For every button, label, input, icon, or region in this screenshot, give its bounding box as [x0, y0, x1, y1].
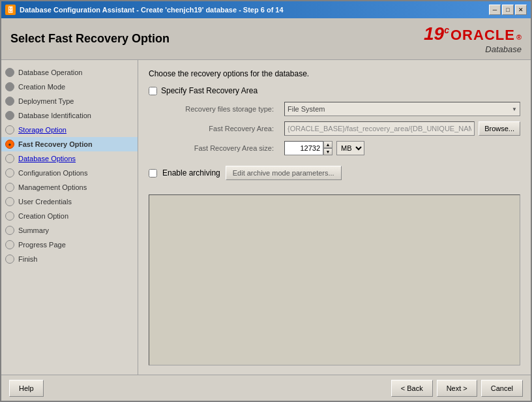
close-button[interactable]: ✕	[515, 5, 527, 15]
sidebar-item-creation-option: Creation Option	[1, 209, 138, 223]
step-indicator	[5, 211, 14, 221]
app-icon: 🗄	[5, 5, 16, 15]
sidebar-item-finish: Finish	[1, 252, 138, 266]
storage-type-dropdown[interactable]: File System ▼	[284, 102, 520, 116]
storage-type-value: File System	[288, 105, 325, 113]
oracle-version: 19c	[424, 23, 449, 44]
oracle-logo: 19c ORACLE ® Database	[424, 23, 522, 54]
back-button[interactable]: < Back	[391, 380, 433, 397]
sidebar-item-fast-recovery-option: ● Fast Recovery Option	[1, 137, 138, 151]
step-indicator	[5, 168, 14, 178]
dropdown-arrow-icon: ▼	[512, 106, 517, 112]
specify-checkbox-row: Specify Fast Recovery Area	[149, 86, 520, 95]
archive-checkbox-label[interactable]: Enable archiving	[162, 168, 220, 178]
recovery-area-control: Browse...	[284, 121, 520, 136]
recovery-area-label: Fast Recovery Area:	[162, 125, 279, 132]
step-indicator	[5, 197, 14, 206]
sidebar-item-database-operation: Database Operation	[1, 65, 138, 80]
step-indicator-active: ●	[5, 140, 14, 149]
instruction-text: Choose the recovery options for the data…	[149, 69, 520, 78]
next-button[interactable]: Next >	[437, 380, 477, 397]
footer-nav-buttons: < Back Next > Cancel	[391, 380, 523, 397]
size-unit-select[interactable]: MB GB	[336, 141, 364, 155]
oracle-product: Database	[485, 44, 522, 54]
edit-archive-button[interactable]: Edit archive mode parameters...	[226, 166, 342, 180]
step-indicator	[5, 97, 14, 106]
cancel-button[interactable]: Cancel	[481, 380, 523, 397]
enable-archiving-checkbox[interactable]	[149, 169, 157, 178]
step-indicator	[5, 82, 14, 91]
oracle-brand: ORACLE	[451, 27, 515, 44]
step-indicator	[5, 68, 14, 77]
main-content: Database Operation Creation Mode Deploym…	[1, 60, 531, 375]
sidebar-item-deployment-type: Deployment Type	[1, 94, 138, 108]
sidebar-item-storage-option[interactable]: Storage Option	[1, 123, 138, 137]
step-indicator	[5, 240, 14, 249]
minimize-button[interactable]: ─	[489, 5, 501, 15]
sidebar: Database Operation Creation Mode Deploym…	[1, 60, 138, 375]
oracle-logo-top: 19c ORACLE ®	[424, 23, 522, 44]
recovery-size-label: Fast Recovery Area size:	[162, 144, 279, 152]
sidebar-item-user-credentials: User Credentials	[1, 194, 138, 209]
step-indicator	[5, 111, 14, 120]
spin-up-button[interactable]: ▲	[323, 141, 332, 148]
storage-type-label: Recovery files storage type:	[162, 105, 279, 113]
archive-section: Enable archiving Edit archive mode param…	[149, 166, 520, 180]
right-panel: Choose the recovery options for the data…	[138, 60, 531, 375]
info-box	[149, 194, 520, 365]
sidebar-item-summary: Summary	[1, 223, 138, 238]
main-window: 🗄 Database Configuration Assistant - Cre…	[0, 0, 532, 402]
browse-button[interactable]: Browse...	[479, 121, 520, 136]
sidebar-item-management-options: Management Options	[1, 180, 138, 194]
page-header: Select Fast Recovery Option 19c ORACLE ®…	[1, 18, 531, 60]
sidebar-item-database-options[interactable]: Database Options	[1, 151, 138, 166]
maximize-button[interactable]: □	[502, 5, 514, 15]
recovery-size-input[interactable]	[284, 141, 323, 155]
step-indicator	[5, 125, 14, 134]
specify-checkbox-label[interactable]: Specify Fast Recovery Area	[161, 86, 258, 95]
step-indicator	[5, 255, 14, 264]
window-title: Database Configuration Assistant - Creat…	[20, 6, 284, 14]
footer: Help < Back Next > Cancel	[1, 375, 531, 401]
sidebar-item-database-identification: Database Identification	[1, 108, 138, 123]
specify-fast-recovery-checkbox[interactable]	[149, 87, 157, 95]
sidebar-item-configuration-options: Configuration Options	[1, 166, 138, 180]
oracle-registered: ®	[516, 33, 522, 41]
spin-down-button[interactable]: ▼	[323, 148, 332, 155]
sidebar-item-creation-mode: Creation Mode	[1, 80, 138, 94]
recovery-form-grid: Recovery files storage type: File System…	[162, 102, 520, 155]
window-controls: ─ □ ✕	[489, 5, 527, 15]
step-indicator	[5, 154, 14, 163]
spin-buttons: ▲ ▼	[323, 141, 332, 155]
step-indicator	[5, 183, 14, 192]
title-bar-left: 🗄 Database Configuration Assistant - Cre…	[5, 5, 284, 15]
sidebar-item-progress-page: Progress Page	[1, 238, 138, 252]
title-bar: 🗄 Database Configuration Assistant - Cre…	[1, 1, 531, 18]
storage-type-control: File System ▼	[284, 102, 520, 116]
help-button[interactable]: Help	[9, 380, 44, 397]
size-spinner: ▲ ▼	[284, 141, 332, 155]
step-indicator	[5, 226, 14, 235]
page-title: Select Fast Recovery Option	[10, 32, 170, 46]
recovery-size-control: ▲ ▼ MB GB	[284, 141, 520, 155]
recovery-area-input[interactable]	[284, 121, 475, 136]
